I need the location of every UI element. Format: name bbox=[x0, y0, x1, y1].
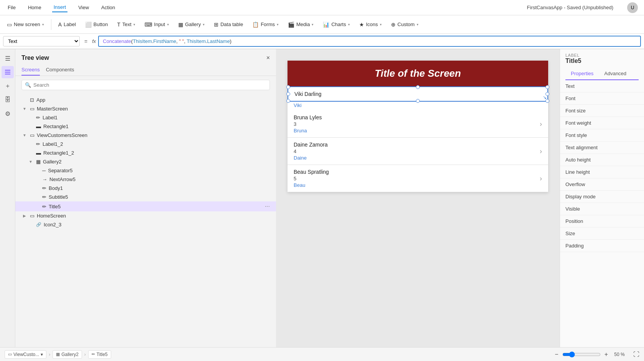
formula-property-selector[interactable]: Text bbox=[3, 36, 80, 46]
expand-homescreen: ▶ bbox=[21, 214, 28, 218]
gallery-button[interactable]: ▦ Gallery ▾ bbox=[174, 19, 209, 30]
main-layout: ☰ ＋ 🗄 ⚙ Tree view × Screens Components 🔍 bbox=[0, 49, 644, 361]
button-button[interactable]: ⬜ Button bbox=[81, 19, 112, 30]
media-icon: 🎬 bbox=[288, 21, 294, 28]
svg-rect-0 bbox=[5, 70, 10, 71]
tree-item-nextarrow5[interactable]: → NextArrow5 bbox=[15, 175, 276, 184]
gallery-item-1[interactable]: Bruna Lyles 3 Bruna › bbox=[288, 110, 548, 138]
gallery-item-3[interactable]: Beau Spratling 5 Beau › bbox=[288, 165, 548, 192]
formula-input[interactable]: Concatenate(ThisItem.FirstName, " ", Thi… bbox=[98, 36, 641, 47]
media-button[interactable]: 🎬 Media ▾ bbox=[284, 19, 317, 30]
search-input[interactable] bbox=[33, 82, 266, 88]
tree-label-subtitle5: Subtitle5 bbox=[49, 194, 270, 200]
menu-view[interactable]: View bbox=[77, 3, 90, 12]
tree-item-separator5[interactable]: ─ Separator5 bbox=[15, 166, 276, 175]
menu-insert[interactable]: Insert bbox=[52, 3, 68, 12]
gallery-item-0[interactable]: Viki Darling ↘ bbox=[288, 86, 548, 102]
forms-button[interactable]: 📋 Forms ▾ bbox=[248, 19, 283, 30]
tree-label-nextarrow5: NextArrow5 bbox=[49, 176, 270, 182]
resize-handle-tl[interactable] bbox=[286, 85, 290, 89]
sidebar-content: Tree view × Screens Components 🔍 ⊡ App ▼… bbox=[15, 49, 276, 361]
input-icon: ⌨ bbox=[145, 21, 152, 28]
menu-home[interactable]: Home bbox=[26, 3, 43, 12]
tree-item-label1-2[interactable]: ✏ Label1_2 bbox=[15, 140, 276, 148]
prop-overflow: Overflow bbox=[560, 178, 644, 191]
tab-components[interactable]: Components bbox=[46, 64, 74, 76]
data-table-button[interactable]: ⊞ Data table bbox=[210, 19, 247, 30]
right-properties-list: Text Font Font size Font weight Font sty… bbox=[560, 80, 644, 252]
resize-handle-ml[interactable] bbox=[286, 92, 290, 96]
prop-label-size: Size bbox=[565, 231, 575, 236]
tree-item-gallery2[interactable]: ▼ ▦ Gallery2 bbox=[15, 157, 276, 166]
resize-handle-bm[interactable] bbox=[416, 99, 420, 103]
sidebar-close-button[interactable]: × bbox=[266, 54, 270, 61]
prop-label-fontsize: Font size bbox=[565, 108, 586, 114]
tree-item-rectangle1[interactable]: ▬ Rectangle1 bbox=[15, 122, 276, 131]
gallery-item-num-2: 4 bbox=[294, 148, 540, 154]
svg-rect-2 bbox=[5, 74, 10, 74]
charts-caret: ▾ bbox=[348, 23, 350, 26]
charts-button[interactable]: 📊 Charts ▾ bbox=[319, 19, 353, 30]
prop-font: Font bbox=[560, 92, 644, 105]
app-icon: ⊡ bbox=[30, 97, 34, 103]
hamburger-button[interactable]: ☰ bbox=[2, 52, 14, 64]
zoom-out-button[interactable]: − bbox=[553, 350, 560, 359]
gallery-toolbar-icon: ▦ bbox=[178, 21, 183, 28]
input-caret: ▾ bbox=[167, 23, 169, 26]
add-button[interactable]: ＋ bbox=[2, 80, 14, 92]
tab-advanced[interactable]: Advanced bbox=[599, 68, 632, 79]
tree-item-rectangle1-2[interactable]: ▬ Rectangle1_2 bbox=[15, 148, 276, 157]
menu-file[interactable]: File bbox=[6, 3, 17, 12]
tree-label-rectangle1-2: Rectangle1_2 bbox=[43, 150, 270, 156]
settings-button[interactable]: ⚙ bbox=[2, 107, 14, 120]
label-icon-title5: ✏ bbox=[42, 204, 46, 209]
resize-handle-tr[interactable] bbox=[545, 85, 549, 89]
icons-button[interactable]: ★ Icons ▾ bbox=[355, 19, 386, 30]
prop-label-lineheight: Line height bbox=[565, 169, 590, 175]
resize-handle-tm[interactable] bbox=[416, 85, 420, 89]
tree-item-homescreen[interactable]: ▶ ▭ HomeScreen bbox=[15, 211, 276, 220]
prop-position: Position bbox=[560, 215, 644, 227]
breadcrumb-title[interactable]: ✏ Title5 bbox=[88, 350, 111, 359]
gallery-icon-2: ▦ bbox=[36, 159, 41, 165]
canvas-frame: Title of the Screen Viki Darling bbox=[288, 61, 548, 192]
tab-screens[interactable]: Screens bbox=[21, 64, 40, 76]
zoom-in-button[interactable]: + bbox=[603, 350, 610, 359]
user-avatar[interactable]: U bbox=[627, 2, 638, 13]
tree-item-icon2-3[interactable]: 🔗 Icon2_3 bbox=[15, 220, 276, 229]
title5-more-button[interactable]: ··· bbox=[265, 203, 270, 210]
tree-item-body1[interactable]: ✏ Body1 bbox=[15, 184, 276, 193]
tree-item-label1[interactable]: ✏ Label1 bbox=[15, 113, 276, 122]
icons-caret: ▾ bbox=[380, 23, 382, 26]
zoom-slider[interactable] bbox=[562, 351, 601, 358]
right-title-name: Title5 bbox=[565, 58, 639, 64]
tree-item-masterscreen[interactable]: ▼ ▭ MasterScreen bbox=[15, 104, 276, 113]
tab-properties[interactable]: Properties bbox=[565, 68, 599, 80]
fullscreen-button[interactable]: ⛶ bbox=[633, 351, 639, 358]
tree-item-viewcustomersscreen[interactable]: ▼ ▭ ViewCustomersScreen bbox=[15, 131, 276, 140]
breadcrumb-screen[interactable]: ▭ ViewCusto... ▾ bbox=[5, 350, 46, 359]
resize-indicator[interactable]: ↘ bbox=[543, 95, 547, 100]
breadcrumb-gallery[interactable]: ▦ Gallery2 bbox=[53, 350, 82, 359]
label-button[interactable]: A Label bbox=[54, 19, 80, 30]
tree-label-separator5: Separator5 bbox=[48, 168, 270, 173]
canvas-area[interactable]: Title of the Screen Viki Darling bbox=[276, 49, 560, 361]
tree-item-title5[interactable]: ✏ Title5 ··· bbox=[15, 201, 276, 211]
tree-item-subtitle5[interactable]: ✏ Subtitle5 bbox=[15, 193, 276, 201]
custom-button[interactable]: ⊕ Custom ▾ bbox=[387, 19, 422, 30]
text-button[interactable]: T Text ▾ bbox=[113, 19, 139, 30]
layers-button[interactable] bbox=[2, 66, 14, 78]
input-button[interactable]: ⌨ Input ▾ bbox=[141, 19, 173, 30]
prop-text: Text bbox=[560, 80, 644, 92]
data-button[interactable]: 🗄 bbox=[2, 94, 14, 106]
right-label-text: LABEL bbox=[565, 53, 639, 58]
tree-item-app[interactable]: ⊡ App bbox=[15, 96, 276, 104]
gallery-item-2[interactable]: Daine Zamora 4 Daine › bbox=[288, 138, 548, 165]
icons-toolbar-icon: ★ bbox=[359, 21, 364, 28]
new-screen-button[interactable]: ▭ New screen ▾ bbox=[3, 19, 48, 30]
gallery-container: Viki Darling ↘ Viki Bruna Lyles 3 Bruna … bbox=[288, 86, 548, 192]
toolbar: ▭ New screen ▾ A Label ⬜ Button T Text ▾… bbox=[0, 15, 644, 34]
screen-thumbnail-icon: ▭ bbox=[8, 352, 12, 357]
resize-handle-bl[interactable] bbox=[286, 99, 290, 103]
menu-action[interactable]: Action bbox=[100, 3, 117, 12]
